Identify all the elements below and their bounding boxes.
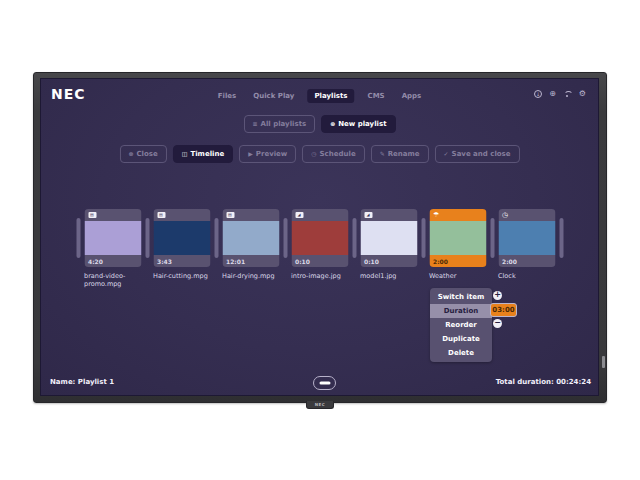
- media-tile-hair-cutting-mpg[interactable]: ▤3:43: [153, 209, 210, 267]
- timeline-separator: [559, 218, 563, 258]
- context-menu: Switch itemDurationReorderDuplicateDelet…: [430, 288, 492, 362]
- media-tile-model1-jpg[interactable]: ◢0:10: [360, 209, 417, 267]
- hamburger-icon: ≡: [253, 121, 258, 127]
- save-and-close-button[interactable]: ✓Save and close: [435, 145, 520, 163]
- timeline-item: ☂2:00Weather: [429, 209, 486, 280]
- playlist-name-label: Name: Playlist 1: [50, 378, 114, 386]
- media-tile-clock[interactable]: ◷2:00: [498, 209, 555, 267]
- button-label: Schedule: [320, 150, 356, 158]
- save-and-close-icon: ✓: [444, 151, 449, 157]
- all-playlists-button[interactable]: ≡ All playlists: [244, 115, 316, 133]
- media-tile-intro-image-jpg[interactable]: ◢0:10: [291, 209, 348, 267]
- tile-header: ▤: [222, 209, 279, 221]
- nav-item-apps[interactable]: Apps: [398, 89, 426, 103]
- globe-icon[interactable]: ⊕: [549, 90, 556, 98]
- widget-clock-icon: ◷: [502, 212, 508, 219]
- timeline-separator: [352, 218, 356, 258]
- monitor-logo-tab: NEC: [306, 401, 334, 409]
- video-icon: ▤: [88, 212, 96, 218]
- tile-thumbnail: [498, 221, 555, 255]
- download-icon[interactable]: ↓: [534, 90, 542, 98]
- video-icon: ▤: [226, 212, 234, 218]
- close-icon: ⊗: [128, 151, 133, 157]
- monitor-bezel: NEC FilesQuick PlayPlaylistsCMSApps ↓⊕⚙ …: [33, 72, 607, 403]
- timeline-item: ▤4:20brand-video-promo.mpg: [84, 209, 141, 288]
- timeline-button[interactable]: ◫Timeline: [173, 145, 233, 163]
- header-icons: ↓⊕⚙: [534, 90, 586, 98]
- nav-item-quick-play[interactable]: Quick Play: [249, 89, 298, 103]
- tile-label: Clock: [498, 272, 564, 280]
- tile-thumbnail: [360, 221, 417, 255]
- image-icon: ◢: [295, 212, 303, 218]
- button-label: Close: [136, 150, 157, 158]
- duration-value[interactable]: 03:00: [490, 303, 517, 317]
- tile-duration: 2:00: [429, 255, 486, 267]
- button-label: Preview: [256, 150, 288, 158]
- rename-button[interactable]: ✎Rename: [371, 145, 429, 163]
- button-label: Timeline: [190, 150, 224, 158]
- all-playlists-label: All playlists: [261, 120, 307, 128]
- media-tile-weather[interactable]: ☂2:00: [429, 209, 486, 267]
- new-playlist-button[interactable]: ⊕ New playlist: [321, 115, 395, 133]
- tile-label: Weather: [429, 272, 495, 280]
- preview-button[interactable]: ▶Preview: [239, 145, 296, 163]
- media-tile-brand-video-promo-mpg[interactable]: ▤4:20: [84, 209, 141, 267]
- rename-icon: ✎: [380, 151, 385, 157]
- duration-increase-button[interactable]: +: [493, 291, 502, 300]
- power-sensor: [602, 356, 605, 368]
- schedule-button[interactable]: ◷Schedule: [302, 145, 364, 163]
- media-tile-hair-drying-mpg[interactable]: ▤12:01: [222, 209, 279, 267]
- tile-duration: 2:00: [498, 255, 555, 267]
- context-menu-item-delete[interactable]: Delete: [430, 346, 492, 360]
- image-icon: ◢: [364, 212, 372, 218]
- tile-duration: 4:20: [84, 255, 141, 267]
- timeline-separator: [490, 218, 494, 258]
- timeline-separator: [76, 218, 80, 258]
- new-playlist-label: New playlist: [338, 120, 386, 128]
- nec-logo: NEC: [51, 86, 86, 102]
- button-label: Rename: [388, 150, 420, 158]
- screen: NEC FilesQuick PlayPlaylistsCMSApps ↓⊕⚙ …: [40, 78, 599, 396]
- timeline-item: ▤3:43Hair-cutting.mpg: [153, 209, 210, 280]
- tile-thumbnail: [153, 221, 210, 255]
- context-menu-item-switch-item[interactable]: Switch item: [430, 290, 492, 304]
- wifi-icon[interactable]: [563, 90, 572, 98]
- button-label: Save and close: [452, 150, 511, 158]
- timeline-item: ▤12:01Hair-drying.mpg: [222, 209, 279, 280]
- timeline-icon: ◫: [182, 151, 188, 157]
- preview-icon: ▶: [248, 151, 253, 157]
- timeline-separator: [421, 218, 425, 258]
- tile-label: brand-video-promo.mpg: [84, 272, 150, 288]
- timeline-strip: ▤4:20brand-video-promo.mpg▤3:43Hair-cutt…: [76, 209, 563, 288]
- tile-header: ◢: [360, 209, 417, 221]
- tile-header: ▤: [84, 209, 141, 221]
- tile-thumbnail: [291, 221, 348, 255]
- tile-label: model1.jpg: [360, 272, 426, 280]
- timeline-separator: [214, 218, 218, 258]
- close-button[interactable]: ⊗Close: [119, 145, 166, 163]
- tile-header: ▤: [153, 209, 210, 221]
- tile-header: ◢: [291, 209, 348, 221]
- collapse-handle-button[interactable]: [313, 376, 336, 390]
- widget-weather-icon: ☂: [433, 212, 439, 219]
- context-menu-item-duration[interactable]: Duration: [430, 304, 492, 318]
- tile-duration: 3:43: [153, 255, 210, 267]
- timeline-item: ◷2:00Clock: [498, 209, 555, 280]
- nav-item-cms[interactable]: CMS: [364, 89, 389, 103]
- tile-label: Hair-drying.mpg: [222, 272, 288, 280]
- tile-thumbnail: [84, 221, 141, 255]
- main-nav: FilesQuick PlayPlaylistsCMSApps: [214, 89, 426, 103]
- tile-label: intro-image.jpg: [291, 272, 357, 280]
- nav-item-files[interactable]: Files: [214, 89, 241, 103]
- timeline-separator: [283, 218, 287, 258]
- settings-icon[interactable]: ⚙: [579, 90, 586, 98]
- tile-header: ☂: [429, 209, 486, 221]
- plus-circle-icon: ⊕: [330, 121, 335, 127]
- context-menu-item-duplicate[interactable]: Duplicate: [430, 332, 492, 346]
- total-duration-label: Total duration: 00:24:24: [496, 378, 591, 386]
- toolbar: ⊗Close◫Timeline▶Preview◷Schedule✎Rename✓…: [119, 145, 519, 163]
- nav-item-playlists[interactable]: Playlists: [307, 89, 354, 103]
- context-menu-item-reorder[interactable]: Reorder: [430, 318, 492, 332]
- duration-decrease-button[interactable]: −: [493, 319, 502, 328]
- tile-duration: 0:10: [291, 255, 348, 267]
